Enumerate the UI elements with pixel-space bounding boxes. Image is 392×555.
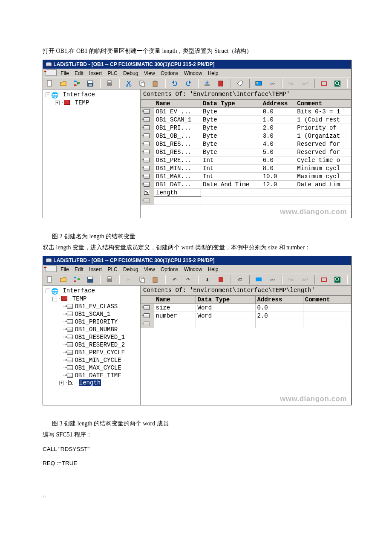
module-icon[interactable] xyxy=(216,275,225,284)
titlebar: 📖 LAD/STL/FBD - [OB1 -- CP FC10\SIMATIC … xyxy=(43,60,351,69)
svg-rect-14 xyxy=(154,81,156,82)
figure-caption-3: 图 3 创建 length 的结构变量的两个 word 成员 xyxy=(52,420,352,428)
var-icon xyxy=(67,350,73,355)
menu-plc[interactable]: PLC xyxy=(107,266,121,273)
magnify-icon[interactable] xyxy=(333,275,342,284)
glasses-icon[interactable]: 👓 xyxy=(268,79,277,88)
copy-icon[interactable] xyxy=(138,275,147,284)
expand-icon[interactable]: + xyxy=(59,381,64,385)
table-row[interactable]: numberWord2.0 xyxy=(141,312,351,320)
menu-options[interactable]: Options xyxy=(160,70,182,77)
cut-icon[interactable] xyxy=(124,79,133,88)
table-row[interactable]: OB1_OB_...Byte3.01 (Organizat xyxy=(141,132,351,140)
var-icon xyxy=(67,342,73,347)
rect-icon[interactable] xyxy=(319,275,329,284)
code-line-1: CALL "RDSYSST" xyxy=(43,443,352,455)
menu-options[interactable]: Options xyxy=(160,266,182,273)
new-icon[interactable] xyxy=(45,275,55,284)
menu-view[interactable]: View xyxy=(143,70,159,77)
menu-edit[interactable]: Edit xyxy=(74,70,87,77)
menu-insert[interactable]: Insert xyxy=(88,266,105,273)
table-row[interactable]: OB1_RES...Byte4.0Reserved for xyxy=(141,140,351,148)
svg-rect-1 xyxy=(74,81,76,82)
toolbar: 👓 !≪ ≫! ▭▭ ⊣⊢ ⊣/⊢ xyxy=(43,78,351,90)
menu-window[interactable]: Window xyxy=(183,266,206,273)
expand-icon[interactable]: + xyxy=(55,101,60,105)
undo-icon[interactable] xyxy=(170,79,179,88)
menu-file[interactable]: File xyxy=(60,266,72,273)
svg-rect-22 xyxy=(47,277,52,282)
collapse-icon[interactable]: − xyxy=(52,297,57,301)
redo-icon[interactable] xyxy=(184,79,193,88)
watermark: www.diangon.com xyxy=(141,205,351,218)
menu-window[interactable]: Window xyxy=(183,70,206,77)
svg-rect-25 xyxy=(78,278,80,280)
table-row-empty[interactable] xyxy=(141,197,351,205)
magnify-icon[interactable] xyxy=(333,79,342,88)
code-line-2: REQ :=TRUE xyxy=(43,457,352,469)
collapse-icon[interactable]: − xyxy=(46,92,50,97)
menu-view[interactable]: View xyxy=(143,266,159,273)
save-icon[interactable] xyxy=(86,275,95,284)
paste-icon[interactable] xyxy=(151,79,160,88)
redo-icon[interactable]: ↷ xyxy=(184,275,193,284)
collapse-icon[interactable]: − xyxy=(46,289,50,293)
open-icon[interactable] xyxy=(59,79,68,88)
temp-folder-icon xyxy=(61,296,67,301)
download-icon[interactable]: ⬇ xyxy=(202,275,212,284)
svg-rect-2 xyxy=(74,84,76,86)
table-row[interactable]: OB1_EV_...Byte0.0Bits 0-3 = 1 xyxy=(141,107,351,116)
nav-prev-icon[interactable]: !≪ xyxy=(287,275,296,284)
svg-rect-32 xyxy=(153,278,157,283)
print-icon[interactable] xyxy=(105,79,114,88)
tag-icon[interactable]: 🏷 xyxy=(235,275,245,284)
menu-plc[interactable]: PLC xyxy=(107,70,121,77)
copy-icon[interactable] xyxy=(138,79,147,88)
table-row[interactable]: OB1_DAT...Date_And_Time12.0Date and tim xyxy=(141,180,351,188)
table-row[interactable]: OB1_MIN...Int8.0Minimum cycl xyxy=(141,164,351,172)
svg-rect-31 xyxy=(141,278,144,283)
struct-icon xyxy=(68,380,73,385)
nav-next-icon[interactable]: ≫! xyxy=(300,275,310,284)
new-icon[interactable] xyxy=(45,79,55,88)
menu-insert[interactable]: Insert xyxy=(88,70,105,77)
print-icon[interactable] xyxy=(105,275,114,284)
nav-next-icon[interactable]: ≫! xyxy=(300,79,310,88)
table-row[interactable]: OB1_SCAN_1Byte1.01 (Cold rest xyxy=(141,116,351,124)
svg-rect-28 xyxy=(107,279,112,282)
svg-rect-5 xyxy=(88,81,92,83)
download-icon[interactable] xyxy=(202,79,212,88)
menu-file[interactable]: File xyxy=(60,70,72,77)
tag-icon[interactable] xyxy=(235,79,245,88)
menu-edit[interactable]: Edit xyxy=(74,266,87,273)
table-row[interactable]: OB1_MAX...Int10.0Maximum cycl xyxy=(141,172,351,180)
contents-path: Contents Of: 'Environment\Interface\TEMP… xyxy=(141,90,351,99)
menu-debug[interactable]: Debug xyxy=(122,70,141,77)
glasses-icon[interactable]: 👓 xyxy=(268,275,277,284)
table-row[interactable]: OB1_RES...Byte5.0Reserved for xyxy=(141,148,351,156)
tree-icon[interactable] xyxy=(72,275,82,284)
menu-help[interactable]: Help xyxy=(207,266,222,273)
table-row[interactable]: sizeWord0.0 xyxy=(141,304,351,312)
undo-icon[interactable]: ↶ xyxy=(170,275,179,284)
monitor-icon[interactable] xyxy=(254,275,263,284)
para-1: 编写 SFC51 程序： xyxy=(43,429,352,441)
table-row[interactable]: OB1_PRI...Byte2.0Priority of xyxy=(141,124,351,132)
nav-prev-icon[interactable]: !≪ xyxy=(287,79,296,88)
save-icon[interactable] xyxy=(86,79,95,88)
cut-icon[interactable]: ✂ xyxy=(124,275,133,284)
open-icon[interactable] xyxy=(59,275,68,284)
tree-selected[interactable]: length xyxy=(79,379,101,386)
table-row-empty[interactable] xyxy=(141,320,351,328)
menu-debug[interactable]: Debug xyxy=(122,266,141,273)
svg-rect-27 xyxy=(88,277,92,279)
interface-icon: 🌐 xyxy=(51,288,58,295)
tree-icon[interactable] xyxy=(72,79,82,88)
table-row[interactable]: OB1_PRE...Int6.0Cycle time o xyxy=(141,156,351,164)
module-icon[interactable] xyxy=(216,79,225,88)
monitor-icon[interactable] xyxy=(254,79,263,88)
paste-icon[interactable] xyxy=(151,275,160,284)
rect-icon[interactable] xyxy=(319,79,329,88)
table-row-selected[interactable]: lengthStruct20.0 xyxy=(141,188,351,197)
menu-help[interactable]: Help xyxy=(207,70,222,77)
